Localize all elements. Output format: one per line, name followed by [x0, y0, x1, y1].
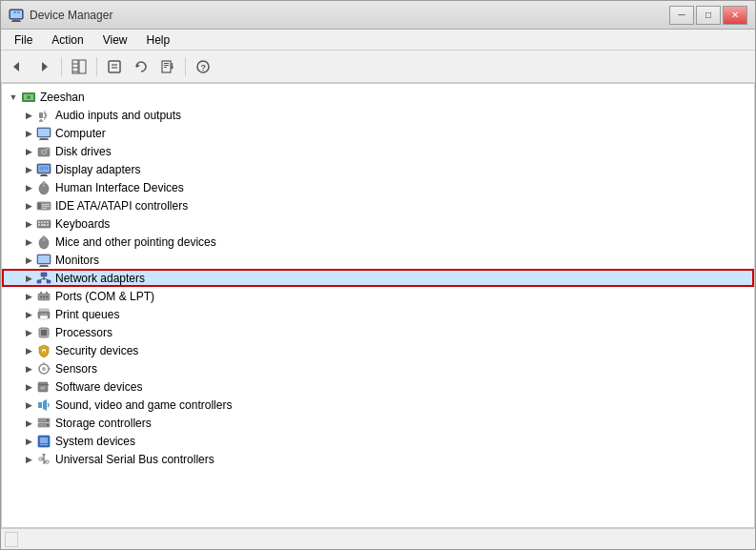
sensors-expand-icon[interactable]: [21, 361, 36, 377]
keyboard-expand-icon[interactable]: [21, 216, 36, 232]
svg-rect-9: [79, 60, 86, 73]
tree-item-usb[interactable]: Universal Serial Bus controllers: [2, 450, 754, 468]
tree-item-display[interactable]: Display adapters: [2, 160, 754, 178]
hid-expand-icon[interactable]: [21, 180, 36, 195]
menu-action[interactable]: Action: [42, 31, 92, 49]
software-expand-icon[interactable]: [21, 379, 36, 395]
svg-rect-68: [41, 273, 47, 276]
tree-item-hid[interactable]: Human Interface Devices: [2, 178, 754, 196]
sound-expand-icon[interactable]: [21, 397, 36, 413]
usb-label: Universal Serial Bus controllers: [55, 453, 215, 466]
svg-rect-59: [41, 224, 46, 226]
tree-item-software[interactable]: Software devices: [2, 377, 754, 396]
svg-rect-38: [46, 149, 49, 150]
tree-item-disk[interactable]: Disk drives: [2, 142, 754, 160]
svg-point-107: [47, 424, 49, 426]
minimize-button[interactable]: ─: [669, 6, 694, 25]
help-button[interactable]: ?: [191, 55, 215, 78]
menu-file[interactable]: File: [5, 31, 42, 49]
tree-item-print[interactable]: Print queues: [2, 305, 754, 323]
keyboard-label: Keyboards: [55, 217, 110, 231]
processors-expand-icon[interactable]: [21, 325, 36, 340]
keyboard-icon: [36, 216, 51, 232]
tree-item-computer[interactable]: Computer: [2, 124, 754, 142]
ports-icon: [36, 289, 51, 304]
svg-rect-51: [42, 206, 50, 207]
audio-expand-icon[interactable]: [21, 108, 36, 123]
computer-expand-icon[interactable]: [21, 126, 36, 141]
svg-marker-7: [42, 62, 48, 71]
mice-icon: [36, 234, 51, 250]
tree-item-sound[interactable]: Sound, video and game controllers: [2, 396, 754, 414]
disk-expand-icon[interactable]: [21, 144, 36, 159]
tree-item-mice[interactable]: Mice and other pointing devices: [2, 233, 754, 251]
maximize-button[interactable]: □: [696, 6, 721, 25]
tree-item-monitors[interactable]: Monitors: [2, 251, 754, 269]
mice-expand-icon[interactable]: [21, 234, 36, 250]
tree-item-sensors[interactable]: Sensors: [2, 359, 754, 377]
sensors-icon: [36, 361, 51, 377]
tree-item-ide[interactable]: IDE ATA/ATAPI controllers: [2, 196, 754, 214]
print-icon: [36, 307, 51, 322]
display-icon: [36, 162, 51, 177]
status-bar: [1, 528, 755, 549]
print-expand-icon[interactable]: [21, 307, 36, 322]
refresh-button[interactable]: [129, 55, 153, 78]
network-label: Network adapters: [55, 272, 145, 285]
back-button[interactable]: [5, 55, 30, 78]
svg-rect-102: [39, 384, 49, 385]
monitors-icon: [36, 253, 51, 268]
monitors-expand-icon[interactable]: [21, 253, 36, 268]
tree-item-keyboard[interactable]: Keyboards: [2, 214, 754, 233]
svg-rect-34: [39, 139, 49, 140]
refresh-icon: [133, 59, 149, 74]
svg-rect-67: [39, 266, 49, 267]
tree-item-ports[interactable]: Ports (COM & LPT): [2, 287, 754, 305]
root-expand-icon[interactable]: [6, 90, 21, 105]
tree-item-system[interactable]: System devices: [2, 432, 754, 450]
properties-button[interactable]: [102, 55, 127, 78]
app-icon: [9, 8, 24, 23]
usb-expand-icon[interactable]: [21, 452, 36, 467]
forward-button[interactable]: [31, 55, 56, 78]
network-expand-icon[interactable]: [21, 271, 36, 286]
tree-item-security[interactable]: Security devices: [2, 341, 754, 359]
svg-point-75: [40, 295, 42, 297]
svg-rect-43: [40, 167, 44, 170]
menu-view[interactable]: View: [93, 31, 137, 49]
system-expand-icon[interactable]: [21, 434, 36, 449]
tree-content[interactable]: Zeeshan Audio inputs and outputs: [1, 83, 755, 528]
tree-item-audio[interactable]: Audio inputs and outputs: [2, 106, 754, 124]
print-label: Print queues: [55, 308, 119, 321]
menu-help[interactable]: Help: [137, 31, 180, 49]
svg-point-27: [27, 95, 31, 99]
display-label: Display adapters: [55, 163, 140, 176]
svg-rect-19: [164, 65, 169, 66]
security-expand-icon[interactable]: [21, 343, 36, 358]
svg-rect-69: [37, 280, 41, 283]
hid-icon: [36, 180, 51, 195]
back-icon: [10, 60, 24, 73]
display-expand-icon[interactable]: [21, 162, 36, 177]
svg-rect-83: [41, 314, 47, 315]
disk-icon: [36, 144, 51, 159]
svg-rect-66: [40, 265, 48, 266]
tree-item-processors[interactable]: Processors: [2, 323, 754, 341]
tree-toggle-button[interactable]: [67, 55, 92, 78]
svg-rect-101: [40, 386, 46, 390]
export-button[interactable]: [155, 55, 180, 78]
audio-label: Audio inputs and outputs: [55, 109, 181, 122]
software-icon: [36, 379, 51, 395]
ide-expand-icon[interactable]: [21, 198, 36, 214]
window-controls: ─ □ ✕: [669, 6, 747, 25]
tree-item-storage[interactable]: Storage controllers: [2, 414, 754, 432]
ports-expand-icon[interactable]: [21, 289, 36, 304]
processors-label: Processors: [55, 326, 112, 339]
tree-item-network[interactable]: Network adapters: [2, 269, 754, 287]
title-bar: Device Manager ─ □ ✕: [1, 1, 755, 30]
tree-root[interactable]: Zeeshan: [2, 88, 754, 106]
network-icon: [36, 271, 51, 286]
svg-marker-6: [13, 62, 19, 71]
storage-expand-icon[interactable]: [21, 416, 36, 431]
close-button[interactable]: ✕: [723, 6, 747, 25]
